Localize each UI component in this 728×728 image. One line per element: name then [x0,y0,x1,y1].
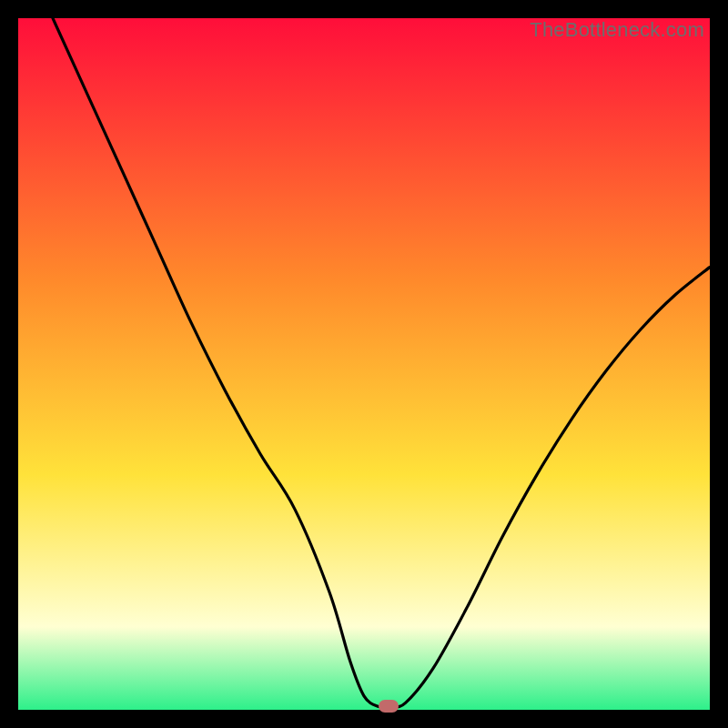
chart-frame: TheBottleneck.com [18,18,710,710]
gradient-background [18,18,710,710]
watermark-text: TheBottleneck.com [530,18,704,42]
plot-svg [18,18,710,710]
optimal-point-marker [379,700,399,713]
